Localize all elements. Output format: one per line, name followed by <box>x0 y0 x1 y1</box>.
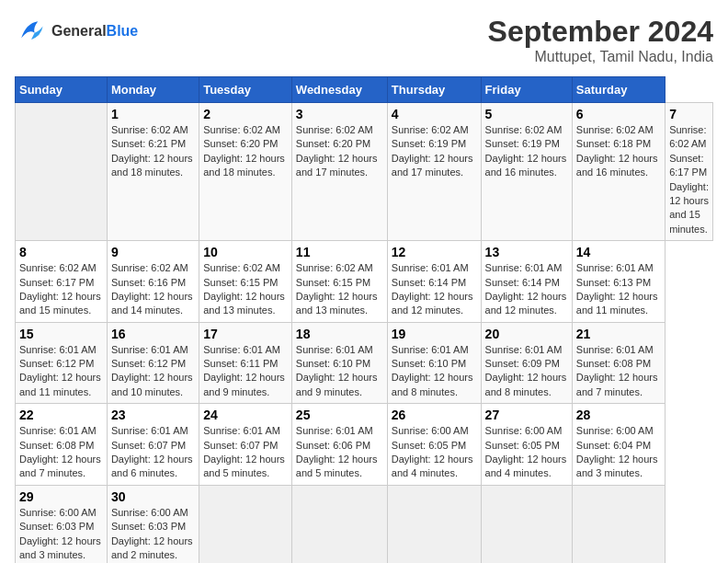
header-row: Sunday Monday Tuesday Wednesday Thursday… <box>16 77 713 103</box>
day-number: 2 <box>203 107 288 121</box>
calendar-cell: 16Sunrise: 6:01 AMSunset: 6:12 PMDayligh… <box>107 322 199 404</box>
day-number: 16 <box>111 327 195 341</box>
calendar-week-5: 29Sunrise: 6:00 AMSunset: 6:03 PMDayligh… <box>16 485 713 563</box>
day-number: 5 <box>485 107 568 121</box>
day-info: Sunrise: 6:02 AMSunset: 6:20 PMDaylight:… <box>203 123 288 180</box>
col-tuesday: Tuesday <box>199 77 292 103</box>
day-number: 15 <box>19 327 103 341</box>
calendar-cell: 4Sunrise: 6:02 AMSunset: 6:19 PMDaylight… <box>387 103 481 241</box>
day-info: Sunrise: 6:01 AMSunset: 6:07 PMDaylight:… <box>111 424 195 481</box>
calendar-cell: 3Sunrise: 6:02 AMSunset: 6:20 PMDaylight… <box>291 103 387 241</box>
day-number: 18 <box>296 327 383 341</box>
col-thursday: Thursday <box>387 77 481 103</box>
day-info: Sunrise: 6:00 AMSunset: 6:05 PMDaylight:… <box>392 424 477 481</box>
calendar-cell: 29Sunrise: 6:00 AMSunset: 6:03 PMDayligh… <box>16 485 108 563</box>
col-friday: Friday <box>481 77 572 103</box>
day-info: Sunrise: 6:02 AMSunset: 6:19 PMDaylight:… <box>392 123 477 180</box>
calendar-table: Sunday Monday Tuesday Wednesday Thursday… <box>15 76 713 563</box>
calendar-cell <box>199 485 292 563</box>
day-info: Sunrise: 6:02 AMSunset: 6:18 PMDaylight:… <box>576 123 661 180</box>
calendar-cell <box>572 485 665 563</box>
day-number: 12 <box>392 245 477 259</box>
day-number: 23 <box>111 408 195 422</box>
calendar-cell: 27Sunrise: 6:00 AMSunset: 6:05 PMDayligh… <box>481 404 572 486</box>
calendar-cell: 14Sunrise: 6:01 AMSunset: 6:13 PMDayligh… <box>572 241 665 323</box>
day-info: Sunrise: 6:02 AMSunset: 6:17 PMDaylight:… <box>19 261 103 318</box>
day-info: Sunrise: 6:01 AMSunset: 6:14 PMDaylight:… <box>392 261 477 318</box>
calendar-cell <box>291 485 387 563</box>
day-info: Sunrise: 6:01 AMSunset: 6:10 PMDaylight:… <box>392 343 477 400</box>
day-number: 21 <box>576 327 661 341</box>
day-number: 17 <box>203 327 288 341</box>
day-info: Sunrise: 6:02 AMSunset: 6:21 PMDaylight:… <box>111 123 195 180</box>
day-number: 19 <box>392 327 477 341</box>
location-subtitle: Muttupet, Tamil Nadu, India <box>488 49 713 65</box>
day-number: 22 <box>19 408 103 422</box>
day-info: Sunrise: 6:02 AMSunset: 6:16 PMDaylight:… <box>111 261 195 318</box>
day-info: Sunrise: 6:01 AMSunset: 6:11 PMDaylight:… <box>203 343 288 400</box>
calendar-week-1: 1Sunrise: 6:02 AMSunset: 6:21 PMDaylight… <box>16 103 713 241</box>
day-info: Sunrise: 6:02 AMSunset: 6:17 PMDaylight:… <box>669 123 709 236</box>
day-info: Sunrise: 6:01 AMSunset: 6:06 PMDaylight:… <box>296 424 383 481</box>
calendar-cell: 30Sunrise: 6:00 AMSunset: 6:03 PMDayligh… <box>107 485 199 563</box>
day-number: 26 <box>392 408 477 422</box>
calendar-cell: 11Sunrise: 6:02 AMSunset: 6:15 PMDayligh… <box>291 241 387 323</box>
calendar-cell <box>481 485 572 563</box>
calendar-cell: 13Sunrise: 6:01 AMSunset: 6:14 PMDayligh… <box>481 241 572 323</box>
calendar-cell: 18Sunrise: 6:01 AMSunset: 6:10 PMDayligh… <box>291 322 387 404</box>
calendar-cell: 1Sunrise: 6:02 AMSunset: 6:21 PMDaylight… <box>107 103 199 241</box>
day-number: 28 <box>576 408 661 422</box>
calendar-cell: 2Sunrise: 6:02 AMSunset: 6:20 PMDaylight… <box>199 103 292 241</box>
day-number: 3 <box>296 107 383 121</box>
calendar-cell: 6Sunrise: 6:02 AMSunset: 6:18 PMDaylight… <box>572 103 665 241</box>
day-number: 20 <box>485 327 568 341</box>
day-info: Sunrise: 6:01 AMSunset: 6:12 PMDaylight:… <box>19 343 103 400</box>
day-number: 13 <box>485 245 568 259</box>
day-number: 30 <box>111 489 195 504</box>
day-number: 27 <box>485 408 568 422</box>
calendar-cell: 22Sunrise: 6:01 AMSunset: 6:08 PMDayligh… <box>16 404 108 486</box>
day-number: 8 <box>19 245 103 259</box>
day-info: Sunrise: 6:00 AMSunset: 6:03 PMDaylight:… <box>19 506 103 563</box>
calendar-week-2: 8Sunrise: 6:02 AMSunset: 6:17 PMDaylight… <box>16 241 713 323</box>
calendar-cell: 21Sunrise: 6:01 AMSunset: 6:08 PMDayligh… <box>572 322 665 404</box>
day-info: Sunrise: 6:01 AMSunset: 6:14 PMDaylight:… <box>485 261 568 318</box>
day-number: 10 <box>203 245 288 259</box>
col-sunday: Sunday <box>16 77 108 103</box>
day-number: 7 <box>669 107 709 121</box>
day-info: Sunrise: 6:02 AMSunset: 6:15 PMDaylight:… <box>203 261 288 318</box>
logo-icon <box>15 15 48 48</box>
day-info: Sunrise: 6:01 AMSunset: 6:13 PMDaylight:… <box>576 261 661 318</box>
calendar-cell: 24Sunrise: 6:01 AMSunset: 6:07 PMDayligh… <box>199 404 292 486</box>
day-info: Sunrise: 6:00 AMSunset: 6:05 PMDaylight:… <box>485 424 568 481</box>
day-info: Sunrise: 6:01 AMSunset: 6:08 PMDaylight:… <box>576 343 661 400</box>
calendar-cell: 26Sunrise: 6:00 AMSunset: 6:05 PMDayligh… <box>387 404 481 486</box>
calendar-cell: 20Sunrise: 6:01 AMSunset: 6:09 PMDayligh… <box>481 322 572 404</box>
day-info: Sunrise: 6:02 AMSunset: 6:19 PMDaylight:… <box>485 123 568 180</box>
day-info: Sunrise: 6:01 AMSunset: 6:08 PMDaylight:… <box>19 424 103 481</box>
calendar-cell: 8Sunrise: 6:02 AMSunset: 6:17 PMDaylight… <box>16 241 108 323</box>
day-info: Sunrise: 6:01 AMSunset: 6:12 PMDaylight:… <box>111 343 195 400</box>
calendar-cell: 7Sunrise: 6:02 AMSunset: 6:17 PMDaylight… <box>665 103 713 241</box>
calendar-cell: 5Sunrise: 6:02 AMSunset: 6:19 PMDaylight… <box>481 103 572 241</box>
day-info: Sunrise: 6:02 AMSunset: 6:15 PMDaylight:… <box>296 261 383 318</box>
day-number: 14 <box>576 245 661 259</box>
day-info: Sunrise: 6:00 AMSunset: 6:04 PMDaylight:… <box>576 424 661 481</box>
day-number: 9 <box>111 245 195 259</box>
col-monday: Monday <box>107 77 199 103</box>
logo: GeneralBlue <box>15 15 138 48</box>
col-saturday: Saturday <box>572 77 665 103</box>
calendar-cell: 12Sunrise: 6:01 AMSunset: 6:14 PMDayligh… <box>387 241 481 323</box>
day-info: Sunrise: 6:01 AMSunset: 6:07 PMDaylight:… <box>203 424 288 481</box>
day-number: 24 <box>203 408 288 422</box>
calendar-cell: 19Sunrise: 6:01 AMSunset: 6:10 PMDayligh… <box>387 322 481 404</box>
day-info: Sunrise: 6:02 AMSunset: 6:20 PMDaylight:… <box>296 123 383 180</box>
day-number: 29 <box>19 489 103 504</box>
calendar-cell: 17Sunrise: 6:01 AMSunset: 6:11 PMDayligh… <box>199 322 292 404</box>
day-number: 1 <box>111 107 195 121</box>
day-info: Sunrise: 6:00 AMSunset: 6:03 PMDaylight:… <box>111 506 195 563</box>
page-header: GeneralBlue September 2024 Muttupet, Tam… <box>15 15 713 65</box>
day-number: 11 <box>296 245 383 259</box>
calendar-cell: 10Sunrise: 6:02 AMSunset: 6:15 PMDayligh… <box>199 241 292 323</box>
calendar-week-3: 15Sunrise: 6:01 AMSunset: 6:12 PMDayligh… <box>16 322 713 404</box>
